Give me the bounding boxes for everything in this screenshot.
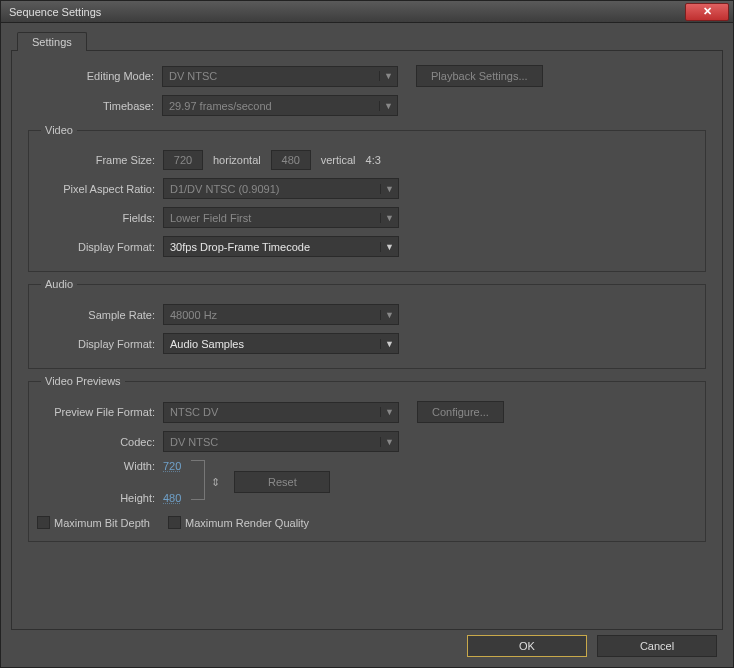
tab-settings-label: Settings xyxy=(32,36,72,48)
max-bit-depth-checkbox[interactable]: Maximum Bit Depth xyxy=(37,516,150,529)
checkbox-icon xyxy=(168,516,181,529)
sample-rate-value: 48000 Hz xyxy=(170,309,380,321)
configure-button[interactable]: Configure... xyxy=(417,401,504,423)
video-legend: Video xyxy=(41,124,77,136)
sample-rate-label: Sample Rate: xyxy=(37,309,163,321)
chevron-down-icon: ▼ xyxy=(380,242,394,252)
video-display-format-value: 30fps Drop-Frame Timecode xyxy=(170,241,380,253)
cancel-button[interactable]: Cancel xyxy=(597,635,717,657)
tab-settings[interactable]: Settings xyxy=(17,32,87,51)
dialog-footer: OK Cancel xyxy=(467,635,717,657)
preview-file-format-value: NTSC DV xyxy=(170,406,380,418)
video-display-format-dropdown[interactable]: 30fps Drop-Frame Timecode ▼ xyxy=(163,236,399,257)
link-dimensions-icon[interactable]: ⇕ xyxy=(211,476,220,489)
playback-settings-button[interactable]: Playback Settings... xyxy=(416,65,543,87)
preview-file-format-label: Preview File Format: xyxy=(37,406,163,418)
editing-mode-dropdown[interactable]: DV NTSC ▼ xyxy=(162,66,398,87)
audio-legend: Audio xyxy=(41,278,77,290)
chevron-down-icon: ▼ xyxy=(379,101,393,111)
chevron-down-icon: ▼ xyxy=(379,71,393,81)
video-display-format-label: Display Format: xyxy=(37,241,163,253)
timebase-dropdown[interactable]: 29.97 frames/second ▼ xyxy=(162,95,398,116)
audio-group: Audio Sample Rate: 48000 Hz ▼ Display Fo… xyxy=(28,278,706,369)
fields-dropdown[interactable]: Lower Field First ▼ xyxy=(163,207,399,228)
configure-button-label: Configure... xyxy=(432,406,489,418)
editing-mode-label: Editing Mode: xyxy=(28,70,162,82)
reset-button[interactable]: Reset xyxy=(234,471,330,493)
preview-height-input[interactable]: 480 xyxy=(163,492,181,504)
close-icon: ✕ xyxy=(703,5,712,18)
frame-width-input[interactable]: 720 xyxy=(163,150,203,170)
chevron-down-icon: ▼ xyxy=(380,437,394,447)
reset-button-label: Reset xyxy=(268,476,297,488)
editing-mode-value: DV NTSC xyxy=(169,70,379,82)
preview-file-format-dropdown[interactable]: NTSC DV ▼ xyxy=(163,402,399,423)
cancel-button-label: Cancel xyxy=(640,640,674,652)
frame-width-value: 720 xyxy=(174,154,192,166)
window-title: Sequence Settings xyxy=(9,6,685,18)
checkbox-icon xyxy=(37,516,50,529)
codec-value: DV NTSC xyxy=(170,436,380,448)
settings-panel: Editing Mode: DV NTSC ▼ Playback Setting… xyxy=(11,50,723,630)
audio-display-format-value: Audio Samples xyxy=(170,338,380,350)
pixel-aspect-ratio-dropdown[interactable]: D1/DV NTSC (0.9091) ▼ xyxy=(163,178,399,199)
frame-height-input[interactable]: 480 xyxy=(271,150,311,170)
close-button[interactable]: ✕ xyxy=(685,3,729,21)
codec-dropdown[interactable]: DV NTSC ▼ xyxy=(163,431,399,452)
sequence-settings-window: Sequence Settings ✕ Settings Editing Mod… xyxy=(0,0,734,668)
aspect-ratio-text: 4:3 xyxy=(366,154,381,166)
video-previews-legend: Video Previews xyxy=(41,375,125,387)
chevron-down-icon: ▼ xyxy=(380,184,394,194)
horizontal-label: horizontal xyxy=(203,154,271,166)
titlebar[interactable]: Sequence Settings ✕ xyxy=(1,1,733,23)
max-render-quality-label: Maximum Render Quality xyxy=(185,517,309,529)
window-body: Settings Editing Mode: DV NTSC ▼ Playbac… xyxy=(1,23,733,667)
ok-button-label: OK xyxy=(519,640,535,652)
codec-label: Codec: xyxy=(37,436,163,448)
video-group: Video Frame Size: 720 horizontal 480 ver… xyxy=(28,124,706,272)
chevron-down-icon: ▼ xyxy=(380,213,394,223)
max-render-quality-checkbox[interactable]: Maximum Render Quality xyxy=(168,516,309,529)
max-bit-depth-label: Maximum Bit Depth xyxy=(54,517,150,529)
preview-height-label: Height: xyxy=(37,492,163,504)
preview-width-label: Width: xyxy=(37,460,163,472)
frame-size-label: Frame Size: xyxy=(37,154,163,166)
sample-rate-dropdown[interactable]: 48000 Hz ▼ xyxy=(163,304,399,325)
chevron-down-icon: ▼ xyxy=(380,310,394,320)
video-previews-group: Video Previews Preview File Format: NTSC… xyxy=(28,375,706,542)
pixel-aspect-ratio-value: D1/DV NTSC (0.9091) xyxy=(170,183,380,195)
chevron-down-icon: ▼ xyxy=(380,407,394,417)
frame-height-value: 480 xyxy=(282,154,300,166)
chevron-down-icon: ▼ xyxy=(380,339,394,349)
ok-button[interactable]: OK xyxy=(467,635,587,657)
timebase-value: 29.97 frames/second xyxy=(169,100,379,112)
audio-display-format-label: Display Format: xyxy=(37,338,163,350)
audio-display-format-dropdown[interactable]: Audio Samples ▼ xyxy=(163,333,399,354)
link-bracket-icon xyxy=(191,460,205,500)
fields-label: Fields: xyxy=(37,212,163,224)
preview-width-input[interactable]: 720 xyxy=(163,460,181,472)
vertical-label: vertical xyxy=(311,154,366,166)
timebase-label: Timebase: xyxy=(28,100,162,112)
pixel-aspect-ratio-label: Pixel Aspect Ratio: xyxy=(37,183,163,195)
playback-settings-label: Playback Settings... xyxy=(431,70,528,82)
fields-value: Lower Field First xyxy=(170,212,380,224)
